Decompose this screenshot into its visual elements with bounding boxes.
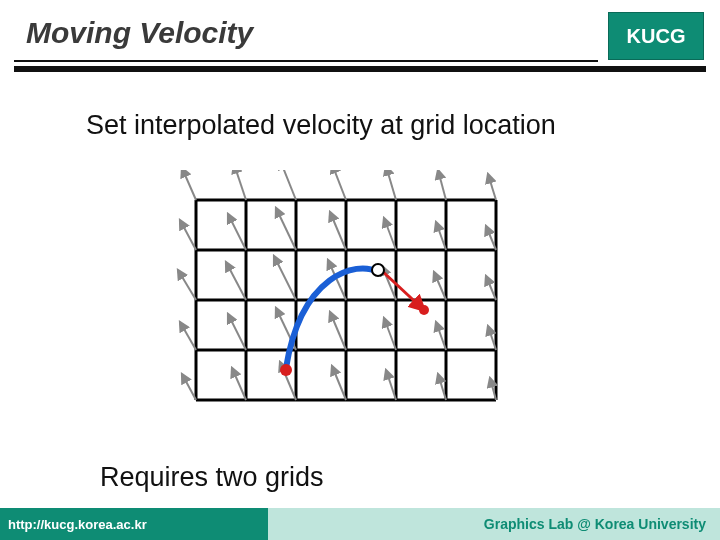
velocity-arrows [178, 170, 496, 400]
svg-line-31 [434, 272, 446, 300]
diagram-svg [156, 170, 536, 450]
header: Moving Velocity KUCG [0, 0, 720, 78]
body-line-2: Requires two grids [100, 462, 324, 493]
svg-line-15 [332, 170, 346, 200]
svg-line-28 [274, 256, 296, 300]
solid-marker-end [419, 305, 429, 315]
svg-line-23 [384, 218, 396, 250]
target-vector [381, 270, 424, 310]
footer-url: http://kucg.korea.ac.kr [0, 508, 268, 540]
svg-line-14 [280, 170, 296, 200]
rule-thin [14, 60, 598, 62]
svg-line-43 [332, 366, 346, 400]
open-marker [372, 264, 384, 276]
footer-lab: Graphics Lab @ Korea University [268, 508, 720, 540]
svg-line-18 [488, 174, 496, 200]
svg-line-17 [438, 170, 446, 200]
rule-thick [14, 66, 706, 72]
svg-line-22 [330, 212, 346, 250]
svg-line-26 [178, 270, 196, 300]
body-line-1: Set interpolated velocity at grid locati… [86, 110, 556, 141]
svg-line-37 [384, 318, 396, 350]
svg-line-34 [228, 314, 246, 350]
kucg-badge: KUCG [608, 12, 704, 60]
svg-line-27 [226, 262, 246, 300]
velocity-diagram [156, 170, 536, 450]
slide-title: Moving Velocity [26, 16, 253, 50]
footer: http://kucg.korea.ac.kr Graphics Lab @ K… [0, 508, 720, 540]
svg-line-20 [228, 214, 246, 250]
svg-line-33 [180, 322, 196, 350]
svg-line-36 [330, 312, 346, 350]
svg-line-16 [386, 170, 396, 200]
svg-line-12 [182, 170, 196, 200]
svg-line-13 [234, 170, 246, 200]
slide: Moving Velocity KUCG Set interpolated ve… [0, 0, 720, 540]
svg-line-40 [182, 374, 196, 400]
svg-line-19 [180, 220, 196, 250]
svg-line-41 [232, 368, 246, 400]
solid-marker-start [280, 364, 292, 376]
svg-line-21 [276, 208, 296, 250]
